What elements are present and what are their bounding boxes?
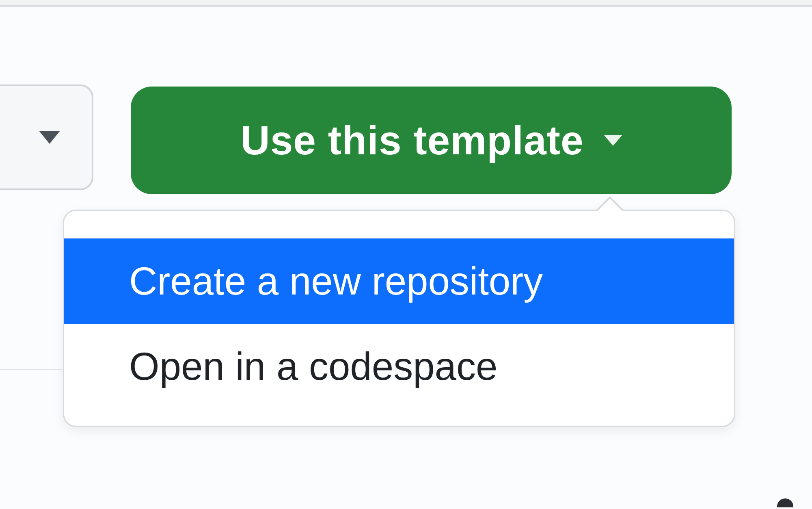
use-this-template-dropdown: Create a new repository Open in a codesp… [63, 210, 735, 427]
menu-item-label: Open in a codespace [129, 344, 497, 388]
left-divider [0, 369, 63, 370]
caret-down-icon [39, 131, 60, 144]
secondary-dropdown-button[interactable] [0, 84, 93, 190]
use-this-template-button[interactable]: Use this template [131, 87, 732, 194]
use-this-template-label: Use this template [240, 117, 583, 164]
page-canvas: Use this template Create a new repositor… [0, 6, 812, 509]
partial-element [777, 498, 793, 507]
menu-item-create-new-repository[interactable]: Create a new repository [64, 238, 734, 324]
menu-item-open-in-codespace[interactable]: Open in a codespace [64, 324, 734, 409]
caret-down-icon [604, 135, 622, 146]
dropdown-inner: Create a new repository Open in a codesp… [64, 211, 734, 426]
menu-item-label: Create a new repository [129, 259, 543, 303]
